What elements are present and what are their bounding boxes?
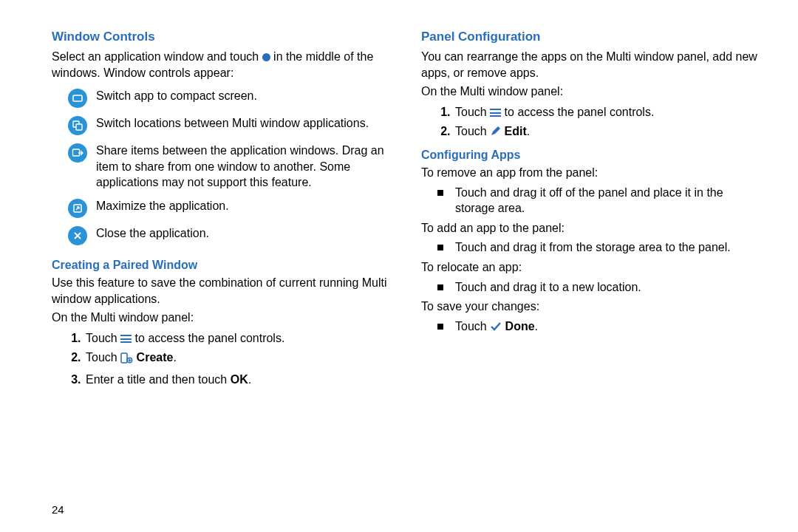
step-text: . <box>173 351 176 364</box>
save-bold: Done <box>505 320 535 332</box>
swap-windows-icon <box>68 116 87 135</box>
list-item: Touch Create. <box>84 349 392 368</box>
list-item: Share items between the application wind… <box>68 143 392 191</box>
list-item: Maximize the application. <box>68 198 392 218</box>
step-text: Touch <box>86 332 120 344</box>
page-number: 24 <box>52 503 64 516</box>
svg-rect-2 <box>76 124 82 130</box>
add-list: Touch and drag it from the storage area … <box>421 239 761 256</box>
add-lead: To add an app to the panel: <box>421 220 761 236</box>
step-text: to access the panel controls. <box>501 106 654 118</box>
config-on: On the Multi window panel: <box>421 83 761 100</box>
config-steps: Touch to access the panel controls. Touc… <box>421 104 761 141</box>
paired-intro: Use this feature to save the combination… <box>52 275 392 307</box>
item-text: Share items between the application wind… <box>96 143 392 191</box>
list-item: Switch app to compact screen. <box>68 88 392 108</box>
paired-on: On the Multi window panel: <box>52 310 392 326</box>
step-text: Touch <box>86 351 120 364</box>
step-text: Touch <box>455 106 490 118</box>
step-text: Enter a title and then touch <box>86 373 231 386</box>
list-item: Touch and drag it to a new location. <box>454 279 761 296</box>
close-icon <box>68 226 87 245</box>
remove-list: Touch and drag it off of the panel and p… <box>421 185 761 216</box>
save-list: Touch Done. <box>421 318 761 336</box>
list-item: Enter a title and then touch OK. <box>84 372 392 388</box>
svg-rect-0 <box>73 95 82 101</box>
step-bold: Create <box>137 351 174 364</box>
compact-screen-icon <box>68 89 87 108</box>
relocate-lead: To relocate an app: <box>421 259 761 276</box>
remove-lead: To remove an app from the panel: <box>421 165 761 181</box>
list-item: Touch to access the panel controls. <box>84 330 392 347</box>
window-controls-list: Switch app to compact screen. Switch loc… <box>68 88 392 245</box>
item-text: Switch app to compact screen. <box>96 88 392 104</box>
step-text: . <box>248 373 251 386</box>
intro-text-a: Select an application window and touch <box>52 50 262 63</box>
save-text: . <box>535 320 538 332</box>
item-text: Close the application. <box>96 225 392 242</box>
list-item: Touch Done. <box>454 318 761 336</box>
check-icon <box>490 320 502 336</box>
step-text: Touch <box>455 125 490 137</box>
step-bold: Edit <box>505 125 527 137</box>
list-item: Touch to access the panel controls. <box>454 104 761 120</box>
step-bold: OK <box>231 373 248 386</box>
list-item: Touch and drag it off of the panel and p… <box>454 185 761 216</box>
right-column: Panel Configuration You can rearrange th… <box>421 24 761 392</box>
left-column: Window Controls Select an application wi… <box>52 24 392 392</box>
step-text: to access the panel controls. <box>132 332 284 344</box>
window-controls-intro: Select an application window and touch i… <box>52 49 392 81</box>
share-drag-icon <box>68 143 87 163</box>
paired-steps: Touch to access the panel controls. Touc… <box>52 330 392 388</box>
maximize-icon <box>68 199 87 218</box>
step-text: . <box>527 125 530 137</box>
list-item: Touch and drag it from the storage area … <box>454 239 761 256</box>
config-intro: You can rearrange the apps on the Multi … <box>421 49 761 81</box>
item-text: Maximize the application. <box>96 198 392 214</box>
save-text: Touch <box>455 320 490 332</box>
heading-panel-config: Panel Configuration <box>421 30 761 44</box>
svg-rect-5 <box>121 353 127 363</box>
save-lead: To save your changes: <box>421 299 761 315</box>
list-item: Close the application. <box>68 225 392 245</box>
pencil-icon <box>490 125 501 141</box>
item-text: Switch locations between Multi window ap… <box>96 115 392 132</box>
list-item: Touch Edit. <box>454 123 761 141</box>
heading-paired-window: Creating a Paired Window <box>52 259 392 272</box>
menu-icon <box>490 109 501 117</box>
manual-page: Window Controls Select an application wi… <box>0 0 798 406</box>
heading-configuring-apps: Configuring Apps <box>421 149 761 162</box>
list-item: Switch locations between Multi window ap… <box>68 115 392 135</box>
dot-icon <box>262 53 270 61</box>
menu-icon <box>120 335 132 343</box>
create-icon <box>120 352 133 368</box>
heading-window-controls: Window Controls <box>52 30 392 44</box>
relocate-list: Touch and drag it to a new location. <box>421 279 761 296</box>
